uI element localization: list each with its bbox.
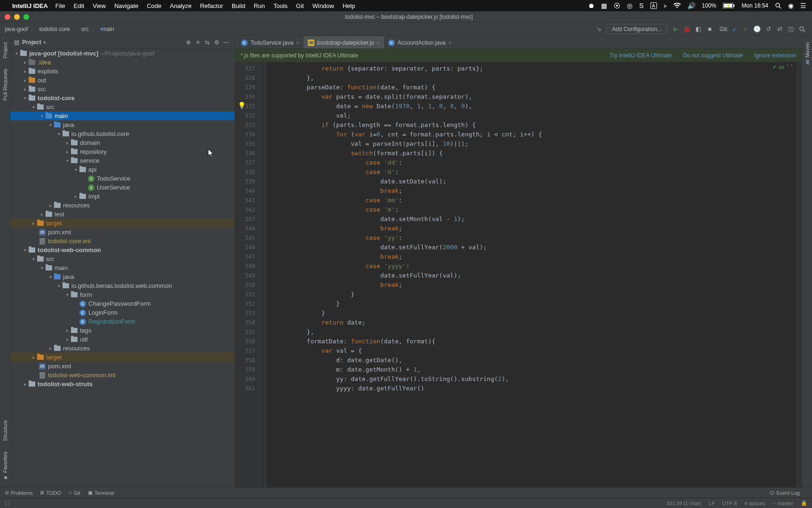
siri-icon[interactable]: ◉ [788,2,794,9]
maximize-window-button[interactable] [23,14,29,20]
tree-test[interactable]: ▸test [10,210,234,219]
collapse-all-icon[interactable]: ⇆ [203,39,212,46]
tree-out[interactable]: ▸out [10,76,234,85]
menu-code[interactable]: Code [147,2,161,9]
status-sync-icon[interactable]: ◎ [627,2,632,9]
bottom-problems[interactable]: ⊘ Problems [5,490,32,496]
tree-main[interactable]: ▾main [10,111,234,120]
menu-run[interactable]: Run [254,2,265,9]
menu-help[interactable]: Help [343,2,355,9]
tree-rf[interactable]: CRegistrationForm [10,317,234,326]
tree-util[interactable]: ▸util [10,335,234,344]
minimize-window-button[interactable] [14,14,20,20]
gutter-tab-project[interactable]: Project [1,39,9,62]
tree-pkg-core[interactable]: ▾io.github.todolist.core [10,129,234,138]
tree-lf[interactable]: CLoginForm [10,308,234,317]
menu-git[interactable]: Git [296,2,304,9]
spotlight-icon[interactable] [775,2,781,9]
status-branch[interactable]: ⑂ master [773,500,793,506]
tree-api[interactable]: ▾api [10,165,234,174]
code-text[interactable]: return {separator: separator, parts: par… [266,62,796,487]
wifi-icon[interactable] [673,3,681,8]
project-header-title[interactable]: Project [22,39,41,46]
tree-pkg-wc[interactable]: ▾io.github.benas.todolist.web.common [10,281,234,290]
tree-impl[interactable]: ▸impl [10,192,234,201]
battery-icon[interactable]: ⚡ [723,3,735,8]
menu-window[interactable]: Window [312,2,334,9]
fold-gutter[interactable] [259,62,266,487]
menu-analyze[interactable]: Analyze [170,2,192,9]
tree-domain[interactable]: ▸domain [10,138,234,147]
bottom-todo[interactable]: ≣ TODO [40,490,61,496]
tree-java[interactable]: ▾java [10,120,234,129]
git-revert-icon[interactable]: ↺ [763,24,773,34]
tree-todolist-core[interactable]: ▾todolist-core [10,94,234,103]
clock[interactable]: Mon 16:54 [742,2,768,9]
volume-icon[interactable]: 🔊 [687,2,695,9]
tree-core-src[interactable]: ▾src [10,103,234,111]
run-button[interactable]: ▶ [671,24,681,34]
tree-iml1[interactable]: todolist-core.iml [10,237,234,246]
bluetooth-icon[interactable]: ᚛ [664,2,667,9]
tree-root[interactable]: ▾java-goof [todolist-mvc] ~/Projects/jav… [10,49,234,58]
close-icon[interactable]: × [448,40,451,46]
tree-pom[interactable]: mpom.xml [10,228,234,237]
menu-refactor[interactable]: Refactor [200,2,223,9]
find-icon[interactable] [797,24,807,34]
tree-exploits[interactable]: ▸exploits [10,67,234,76]
tree-userservice[interactable]: IUserService [10,183,234,192]
tree-form[interactable]: ▾form [10,290,234,299]
menu-view[interactable]: View [93,2,106,9]
status-lock-icon[interactable]: 🔒 [801,500,807,506]
status-s-icon[interactable]: S [639,2,643,9]
status-camera-icon[interactable]: ⏺ [588,2,594,9]
menubar-app-name[interactable]: IntelliJ IDEA [12,2,48,9]
tab-accountaction[interactable]: CAccountAction.java× [384,36,456,48]
build-hammer-icon[interactable]: ↘ [593,24,604,34]
menu-tools[interactable]: Tools [273,2,288,9]
tree-repository[interactable]: ▸repository [10,147,234,156]
stop-button[interactable]: ■ [704,24,715,34]
git-update-icon[interactable]: ↙ [729,24,740,34]
status-encoding[interactable]: UTF-8 [722,500,737,506]
tree-wc-iml[interactable]: todolist-web-common.iml [10,371,234,380]
banner-ignore-link[interactable]: Ignore extension [754,52,796,59]
git-commit-icon[interactable]: ✓ [741,24,751,34]
project-dropdown-icon[interactable]: ▾ [43,39,46,46]
search-everywhere-icon[interactable]: ◫ [786,24,796,34]
crumb-module[interactable]: todolist-core [39,26,70,32]
tab-todoservice[interactable]: CTodoService.java× [237,36,304,48]
menu-file[interactable]: File [55,2,65,9]
ide-settings-icon[interactable]: ⇄ [774,24,785,34]
expand-all-icon[interactable]: ≡ [193,39,203,46]
status-mic-icon[interactable]: ⦿ [614,2,620,9]
error-stripe[interactable] [796,62,802,487]
tree-service[interactable]: ▾service [10,156,234,165]
status-line-sep[interactable]: LF [709,500,715,506]
project-tree[interactable]: ▾java-goof [todolist-mvc] ~/Projects/jav… [10,49,234,487]
crumb-root[interactable]: java-goof [5,26,28,32]
tree-wc-main[interactable]: ▾main [10,263,234,272]
tree-src-root[interactable]: ▸src [10,85,234,94]
gutter-tab-pull-requests[interactable]: Pull Requests [1,65,9,104]
crumb-src[interactable]: src [81,26,89,32]
bottom-terminal[interactable]: ▣ Terminal [88,490,114,496]
gutter-tab-structure[interactable]: Structure [1,416,9,445]
crumb-main[interactable]: main [100,26,114,32]
menu-build[interactable]: Build [232,2,245,9]
tree-resources[interactable]: ▸resources [10,201,234,210]
intention-bulb-icon[interactable]: 💡 [238,102,246,109]
banner-try-link[interactable]: Try IntelliJ IDEA Ultimate [609,52,671,59]
tab-datepicker[interactable]: JSbootstrap-datepicker.js× [304,36,384,48]
status-cursor-pos[interactable]: 331:39 (1 char) [666,500,702,506]
tree-idea[interactable]: ▸.idea [10,58,234,67]
gutter-tab-maven[interactable]: m Maven [804,39,811,68]
close-icon[interactable]: × [296,40,299,46]
tree-wc-target[interactable]: ▸target [10,353,234,362]
debug-button[interactable]: 🐞 [682,24,692,34]
menu-edit[interactable]: Edit [74,2,84,9]
tree-web-common[interactable]: ▾todolist-web-common [10,246,234,254]
gutter-tab-favorites[interactable]: ★ Favorites [1,448,9,484]
control-center-icon[interactable]: ☰ [800,2,806,9]
close-icon[interactable]: × [377,40,380,46]
